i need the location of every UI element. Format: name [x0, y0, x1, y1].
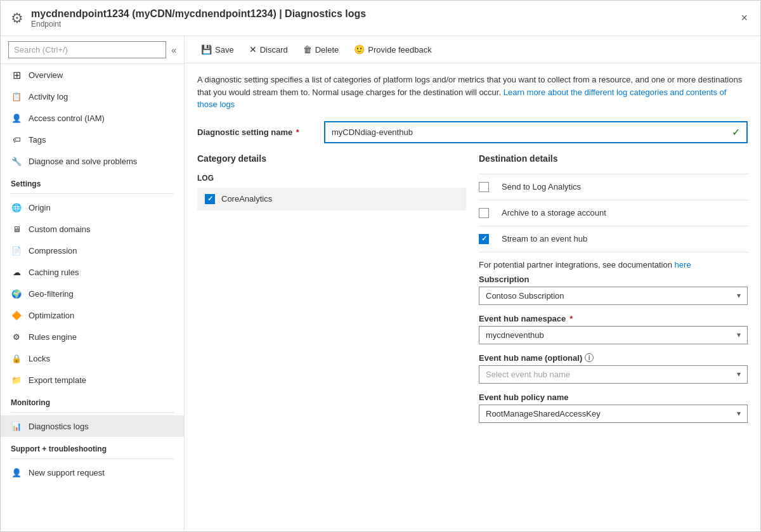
- sidebar-item-overview[interactable]: ⊞ Overview: [1, 64, 184, 86]
- event-hub-label: Stream to an event hub: [502, 234, 587, 243]
- feedback-icon: 🙂: [354, 44, 365, 55]
- overview-icon: ⊞: [11, 69, 22, 81]
- core-analytics-checkbox[interactable]: [205, 194, 215, 204]
- event-hub-policy-label: Event hub policy name: [479, 393, 748, 402]
- sidebar-item-geo-filtering[interactable]: 🌍 Geo-filtering: [1, 283, 184, 304]
- event-hub-checkbox[interactable]: [479, 234, 489, 244]
- event-hub-namespace-dropdown[interactable]: mycdneventhub ▾: [479, 326, 748, 344]
- diagnostic-setting-label: Diagnostic setting name *: [197, 127, 324, 137]
- subscription-value: Contoso Subscription: [486, 291, 564, 301]
- discard-icon: ✕: [249, 44, 257, 55]
- sidebar-item-export-template[interactable]: 📁 Export template: [1, 369, 184, 391]
- sidebar-item-compression-label: Compression: [29, 246, 77, 256]
- event-hub-namespace-value: mycdneventhub: [486, 330, 544, 340]
- sidebar-item-compression[interactable]: 📄 Compression: [1, 240, 184, 261]
- sidebar-item-custom-domains[interactable]: 🖥 Custom domains: [1, 218, 184, 240]
- core-analytics-row[interactable]: CoreAnalytics: [197, 188, 466, 211]
- storage-account-checkbox[interactable]: [479, 208, 489, 218]
- sidebar-item-tags-label: Tags: [29, 135, 46, 145]
- event-hub-namespace-field: Event hub namespace * mycdneventhub ▾: [479, 314, 748, 344]
- caching-rules-icon: ☁: [11, 266, 22, 278]
- sidebar-item-new-support[interactable]: 👤 New support request: [1, 462, 184, 483]
- event-hub-row[interactable]: Stream to an event hub: [479, 226, 748, 252]
- diagnostic-setting-input[interactable]: myCDNdiag-eventhub ✓: [324, 121, 748, 143]
- event-hub-name-chevron-icon: ▾: [737, 370, 741, 379]
- category-details-header: Category details: [197, 153, 466, 164]
- support-divider: [11, 458, 174, 459]
- sidebar-item-overview-label: Overview: [29, 70, 63, 80]
- activity-log-icon: 📋: [11, 91, 22, 102]
- log-label: log: [197, 174, 466, 183]
- monitoring-divider: [11, 412, 174, 413]
- sidebar-item-access-control-label: Access control (IAM): [29, 114, 105, 123]
- feedback-button[interactable]: 🙂 Provide feedback: [348, 41, 438, 58]
- sidebar-item-rules-engine-label: Rules engine: [29, 332, 77, 342]
- sidebar-item-new-support-label: New support request: [29, 468, 105, 477]
- log-analytics-checkbox[interactable]: [479, 182, 489, 192]
- origin-icon: 🌐: [11, 202, 22, 213]
- delete-icon: 🗑: [303, 44, 312, 55]
- close-button[interactable]: ×: [738, 9, 750, 27]
- sidebar-item-optimization-label: Optimization: [29, 311, 74, 320]
- storage-account-row[interactable]: Archive to a storage account: [479, 200, 748, 226]
- rules-engine-icon: ⚙: [11, 331, 22, 342]
- event-hub-policy-field: Event hub policy name RootManageSharedAc…: [479, 393, 748, 423]
- sidebar-item-custom-domains-label: Custom domains: [29, 224, 91, 234]
- collapse-button[interactable]: «: [171, 45, 176, 55]
- geo-filtering-icon: 🌍: [11, 288, 22, 299]
- save-icon: 💾: [201, 44, 212, 55]
- subscription-field: Subscription Contoso Subscription ▾: [479, 275, 748, 305]
- gear-icon: ⚙: [11, 10, 23, 27]
- search-input[interactable]: [8, 41, 166, 58]
- event-hub-name-info-icon[interactable]: i: [585, 353, 594, 362]
- save-button[interactable]: 💾 Save: [195, 41, 240, 58]
- log-analytics-label: Send to Log Analytics: [502, 182, 581, 191]
- access-control-icon: 👤: [11, 112, 22, 124]
- subscription-dropdown[interactable]: Contoso Subscription ▾: [479, 287, 748, 305]
- export-template-icon: 📁: [11, 374, 22, 386]
- event-hub-policy-value: RootManageSharedAccessKey: [486, 409, 601, 418]
- feedback-label: Provide feedback: [368, 45, 431, 55]
- event-hub-name-placeholder: Select event hub name: [486, 370, 570, 379]
- sidebar-item-geo-filtering-label: Geo-filtering: [29, 289, 74, 299]
- sidebar-item-origin[interactable]: 🌐 Origin: [1, 197, 184, 218]
- diagnostic-setting-value: myCDNdiag-eventhub: [332, 127, 413, 137]
- event-hub-policy-chevron-icon: ▾: [737, 409, 741, 418]
- sidebar-item-caching-rules[interactable]: ☁ Caching rules: [1, 261, 184, 283]
- sidebar-item-activity-log-label: Activity log: [29, 92, 68, 101]
- sidebar-item-tags[interactable]: 🏷 Tags: [1, 129, 184, 150]
- diagnose-icon: 🔧: [11, 155, 22, 167]
- optimization-icon: 🔶: [11, 309, 22, 321]
- monitoring-section-label: Monitoring: [1, 391, 184, 410]
- description-text: A diagnostic setting specifies a list of…: [197, 74, 748, 111]
- sidebar-item-access-control[interactable]: 👤 Access control (IAM): [1, 107, 184, 129]
- sidebar-item-locks[interactable]: 🔒 Locks: [1, 347, 184, 369]
- custom-domains-icon: 🖥: [11, 223, 22, 235]
- sidebar-item-rules-engine[interactable]: ⚙ Rules engine: [1, 326, 184, 347]
- delete-label: Delete: [315, 45, 339, 55]
- page-title: mycdnendpoint1234 (myCDN/mycdnendpoint12…: [31, 8, 738, 20]
- discard-button[interactable]: ✕ Discard: [243, 41, 294, 58]
- log-analytics-row[interactable]: Send to Log Analytics: [479, 174, 748, 200]
- diagnostics-logs-icon: 📊: [11, 420, 22, 432]
- support-section-label: Support + troubleshooting: [1, 437, 184, 456]
- sidebar-item-diagnostics-logs[interactable]: 📊 Diagnostics logs: [1, 415, 184, 437]
- delete-button[interactable]: 🗑 Delete: [297, 41, 346, 58]
- discard-label: Discard: [260, 45, 288, 55]
- sidebar-item-activity-log[interactable]: 📋 Activity log: [1, 86, 184, 107]
- new-support-icon: 👤: [11, 467, 22, 478]
- storage-account-label: Archive to a storage account: [502, 208, 606, 217]
- partner-link[interactable]: here: [675, 260, 691, 269]
- valid-check-icon: ✓: [732, 126, 740, 138]
- event-hub-name-dropdown[interactable]: Select event hub name ▾: [479, 365, 748, 384]
- settings-divider: [11, 193, 174, 194]
- sidebar-item-optimization[interactable]: 🔶 Optimization: [1, 304, 184, 326]
- toolbar: 💾 Save ✕ Discard 🗑 Delete 🙂 Provide feed…: [185, 36, 760, 63]
- sidebar-item-diagnose[interactable]: 🔧 Diagnose and solve problems: [1, 150, 184, 172]
- locks-icon: 🔒: [11, 353, 22, 364]
- sidebar-item-caching-rules-label: Caching rules: [29, 268, 79, 277]
- event-hub-namespace-chevron-icon: ▾: [737, 330, 741, 339]
- event-hub-namespace-label: Event hub namespace *: [479, 314, 748, 323]
- sidebar-item-diagnostics-logs-label: Diagnostics logs: [29, 422, 89, 431]
- event-hub-policy-dropdown[interactable]: RootManageSharedAccessKey ▾: [479, 405, 748, 423]
